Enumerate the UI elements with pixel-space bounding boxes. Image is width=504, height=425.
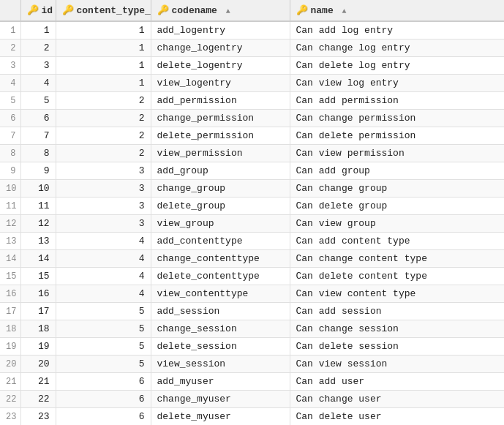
row-number: 17: [0, 303, 20, 320]
table-row: 13134add_contenttypeCan add content type: [0, 233, 504, 250]
cell-codename: change_session: [151, 320, 290, 338]
table-row: 111add_logentryCan add log entry: [0, 21, 504, 40]
cell-id: 11: [20, 198, 56, 215]
cell-content-type-id: 2: [56, 92, 151, 110]
row-number: 18: [0, 320, 20, 338]
table-row: 18185change_sessionCan change session: [0, 320, 504, 338]
table-row: 22226change_myuserCan change user: [0, 391, 504, 408]
cell-codename: view_contenttype: [151, 285, 290, 303]
cell-codename: change_logentry: [151, 40, 290, 57]
row-number: 22: [0, 391, 20, 408]
cell-id: 20: [20, 356, 56, 373]
row-number: 3: [0, 57, 20, 75]
table-row: 772delete_permissionCan delete permissio…: [0, 127, 504, 145]
cell-id: 8: [20, 145, 56, 162]
cell-content-type-id: 6: [56, 408, 151, 426]
cell-content-type-id: 2: [56, 145, 151, 162]
key-icon: 🔑: [157, 4, 169, 16]
table-row: 221change_logentryCan change log entry: [0, 40, 504, 57]
table-row: 10103change_groupCan change group: [0, 180, 504, 198]
cell-content-type-id: 1: [56, 40, 151, 57]
row-number: 19: [0, 338, 20, 356]
row-number: 11: [0, 198, 20, 215]
cell-content-type-id: 6: [56, 391, 151, 408]
table-row: 993add_groupCan add group: [0, 162, 504, 180]
row-number: 5: [0, 92, 20, 110]
cell-name: Can delete permission: [290, 127, 504, 145]
cell-name: Can add session: [290, 303, 504, 320]
cell-content-type-id: 2: [56, 127, 151, 145]
table-row: 662change_permissionCan change permissio…: [0, 110, 504, 127]
cell-codename: add_contenttype: [151, 233, 290, 250]
cell-codename: change_permission: [151, 110, 290, 127]
cell-content-type-id: 5: [56, 303, 151, 320]
key-icon: 🔑: [62, 4, 74, 16]
cell-codename: delete_contenttype: [151, 268, 290, 285]
cell-id: 18: [20, 320, 56, 338]
cell-content-type-id: 3: [56, 198, 151, 215]
cell-id: 23: [20, 408, 56, 426]
key-icon: 🔑: [27, 4, 39, 16]
cell-id: 15: [20, 268, 56, 285]
cell-codename: add_logentry: [151, 21, 290, 40]
cell-id: 1: [20, 21, 56, 40]
cell-codename: delete_permission: [151, 127, 290, 145]
cell-content-type-id: 4: [56, 250, 151, 268]
table-row: 11113delete_groupCan delete group: [0, 198, 504, 215]
column-header-name[interactable]: 🔑name ▲: [290, 0, 504, 21]
cell-codename: delete_logentry: [151, 57, 290, 75]
cell-content-type-id: 3: [56, 162, 151, 180]
cell-id: 6: [20, 110, 56, 127]
row-number: 8: [0, 145, 20, 162]
data-table: 🔑id ▲ 🔑content_type_id ▲ 🔑codename ▲ 🔑na…: [0, 0, 504, 425]
cell-name: Can delete group: [290, 198, 504, 215]
cell-id: 17: [20, 303, 56, 320]
row-number: 16: [0, 285, 20, 303]
row-number: 13: [0, 233, 20, 250]
cell-content-type-id: 4: [56, 268, 151, 285]
cell-name: Can delete session: [290, 338, 504, 356]
table-row: 19195delete_sessionCan delete session: [0, 338, 504, 356]
cell-id: 19: [20, 338, 56, 356]
cell-content-type-id: 5: [56, 320, 151, 338]
cell-codename: add_permission: [151, 92, 290, 110]
cell-codename: change_myuser: [151, 391, 290, 408]
cell-id: 2: [20, 40, 56, 57]
sort-icon-codename: ▲: [226, 7, 230, 15]
cell-codename: delete_session: [151, 338, 290, 356]
cell-codename: view_group: [151, 215, 290, 233]
cell-name: Can delete user: [290, 408, 504, 426]
cell-codename: view_permission: [151, 145, 290, 162]
cell-name: Can change user: [290, 391, 504, 408]
table-row: 20205view_sessionCan view session: [0, 356, 504, 373]
cell-id: 4: [20, 75, 56, 92]
column-header-content-type-id[interactable]: 🔑content_type_id ▲: [56, 0, 151, 21]
table-row: 882view_permissionCan view permission: [0, 145, 504, 162]
row-number: 9: [0, 162, 20, 180]
row-number: 10: [0, 180, 20, 198]
cell-name: Can add user: [290, 373, 504, 391]
column-header-codename[interactable]: 🔑codename ▲: [151, 0, 290, 21]
table-row: 552add_permissionCan add permission: [0, 92, 504, 110]
column-header-id[interactable]: 🔑id ▲: [20, 0, 56, 21]
cell-id: 14: [20, 250, 56, 268]
cell-name: Can delete content type: [290, 268, 504, 285]
cell-content-type-id: 4: [56, 233, 151, 250]
table-row: 441view_logentryCan view log entry: [0, 75, 504, 92]
cell-content-type-id: 5: [56, 338, 151, 356]
table-row: 23236delete_myuserCan delete user: [0, 408, 504, 426]
row-number: 7: [0, 127, 20, 145]
cell-content-type-id: 1: [56, 21, 151, 40]
row-number: 23: [0, 408, 20, 426]
cell-id: 22: [20, 391, 56, 408]
cell-id: 12: [20, 215, 56, 233]
sort-icon-name: ▲: [342, 7, 347, 15]
cell-codename: change_group: [151, 180, 290, 198]
cell-content-type-id: 2: [56, 110, 151, 127]
row-number: 14: [0, 250, 20, 268]
table-row: 17175add_sessionCan add session: [0, 303, 504, 320]
cell-codename: add_group: [151, 162, 290, 180]
cell-name: Can change log entry: [290, 40, 504, 57]
table-row: 16164view_contenttypeCan view content ty…: [0, 285, 504, 303]
cell-id: 16: [20, 285, 56, 303]
